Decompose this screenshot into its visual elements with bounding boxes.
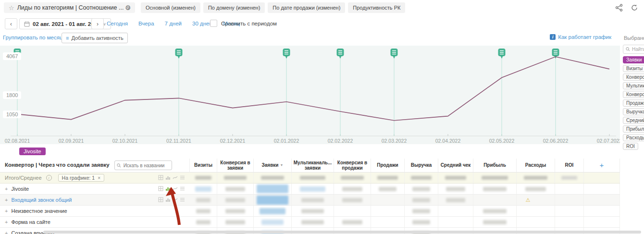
list-icon[interactable] xyxy=(180,197,185,202)
column-header-sales[interactable]: Продажи xyxy=(371,159,405,172)
censored-value xyxy=(225,187,245,191)
expand-icon[interactable]: + xyxy=(5,208,8,214)
table-cell xyxy=(292,195,334,205)
column-header-conv-leads[interactable]: Конверсия в заявки xyxy=(217,159,254,172)
table-cell xyxy=(190,195,217,205)
activity-marker-icon[interactable] xyxy=(337,49,344,59)
expand-icon[interactable]: + xyxy=(5,219,8,225)
expand-icon[interactable]: + xyxy=(5,186,8,192)
table-row-incoming-call[interactable]: + Входящий звонок общий ⚠ xyxy=(0,195,620,206)
censored-value xyxy=(412,220,431,224)
add-activity-button[interactable]: ≡ Добавить активность xyxy=(62,33,128,43)
censored-value xyxy=(342,187,362,191)
first-column-header: Конвертор | Через что создали заявку xyxy=(0,159,190,172)
table-cell xyxy=(438,184,473,194)
table-cell xyxy=(254,184,292,194)
activity-marker-icon[interactable] xyxy=(498,49,506,59)
table-view-icon[interactable] xyxy=(158,197,163,202)
x-axis-label: 02.07.2022 xyxy=(597,138,622,144)
column-header-revenue[interactable]: Выручка xyxy=(405,159,438,172)
activity-marker-icon[interactable] xyxy=(391,49,398,59)
warning-icon[interactable]: ⚠ xyxy=(526,197,531,203)
table-cell xyxy=(405,217,438,227)
next-period-button[interactable]: › xyxy=(91,18,104,29)
table-search-input[interactable] xyxy=(114,160,172,170)
row-name-link[interactable]: Входящий звонок общий xyxy=(11,197,72,203)
horizontal-scrollbar[interactable] xyxy=(43,231,641,234)
range-yesterday-link[interactable]: Вчера xyxy=(138,21,154,26)
censored-value xyxy=(377,176,398,180)
censored-value xyxy=(482,176,508,180)
activity-marker-icon[interactable] xyxy=(175,49,183,59)
refresh-icon[interactable] xyxy=(631,4,638,12)
range-30days-link[interactable]: 30 дней xyxy=(192,21,212,26)
gear-icon[interactable]: ⚙ xyxy=(125,4,131,12)
metric-chip-продажи[interactable]: Продажи xyxy=(623,99,644,107)
metric-chip-средний ч[interactable]: Средний ч xyxy=(623,117,644,124)
metric-chip-конверси[interactable]: Конверси xyxy=(623,74,644,81)
expand-icon[interactable]: + xyxy=(5,230,8,234)
line-chart-icon[interactable] xyxy=(173,197,178,202)
range-7days-link[interactable]: 7 дней xyxy=(165,21,182,26)
range-today-link[interactable]: Сегодня xyxy=(107,21,128,26)
column-header-avg-check[interactable]: Средний чек xyxy=(438,159,473,172)
tab-by-sale-date[interactable]: По дате продажи (изменен) xyxy=(268,2,345,13)
tab-by-domain[interactable]: По домену (изменен) xyxy=(203,2,265,13)
row-name: Jivosite xyxy=(11,186,29,192)
metric-chip-roi[interactable]: ROI xyxy=(623,143,638,150)
legend-series-jivosite[interactable]: Jivosite xyxy=(19,148,46,155)
metric-chip-визиты[interactable]: Визиты xyxy=(623,65,644,72)
metric-chip-конверси[interactable]: Конверси xyxy=(623,91,644,98)
compare-period-checkbox[interactable] xyxy=(210,20,217,27)
table-header-row: Конвертор | Через что создали заявку Виз… xyxy=(0,159,620,172)
metric-chip-выручка[interactable]: Выручка xyxy=(623,108,644,115)
table-row-unknown[interactable]: + Неизвестное значение xyxy=(0,206,620,217)
lead-chart-svg xyxy=(0,46,620,144)
close-icon[interactable]: × xyxy=(98,175,100,181)
metric-chip-заявки[interactable]: Заявки xyxy=(623,56,644,63)
row-name: Форма на сайте xyxy=(11,219,50,225)
tab-campaign-productivity[interactable]: Продуктивность РК xyxy=(348,2,405,13)
share-icon[interactable] xyxy=(615,4,623,12)
column-header-profit[interactable]: Прибыль xyxy=(473,159,517,172)
table-row-site-form[interactable]: + Форма на сайте xyxy=(0,217,620,228)
censored-value xyxy=(196,198,211,202)
metrics-search[interactable]: Найти xyxy=(623,45,644,54)
table-cell xyxy=(405,195,438,205)
table-view-icon[interactable] xyxy=(158,175,163,180)
metric-chip-прибыль[interactable]: Прибыль xyxy=(623,125,644,133)
bar-chart-icon[interactable] xyxy=(165,186,171,191)
table-row-jivosite[interactable]: + Jivosite xyxy=(0,184,620,195)
censored-value xyxy=(195,186,211,192)
star-icon[interactable]: ☆ xyxy=(9,4,14,12)
report-title-dropdown[interactable]: ☆ Лиды по категориям | Соотношение ... ∨ xyxy=(4,2,135,13)
info-icon: i xyxy=(46,175,52,181)
column-header-leads[interactable]: Заявки ▼ xyxy=(254,159,292,172)
column-header-visits[interactable]: Визиты xyxy=(190,159,217,172)
line-chart-icon[interactable] xyxy=(173,186,178,191)
table-cell xyxy=(334,184,371,194)
tab-main[interactable]: Основной (изменен) xyxy=(141,2,200,13)
x-axis-label: 02.10.2021 xyxy=(112,138,138,144)
metric-chip-мультикан[interactable]: Мультикан xyxy=(623,82,644,89)
add-column-button[interactable]: + xyxy=(584,159,620,172)
line-chart-icon[interactable] xyxy=(173,175,178,180)
censored-value xyxy=(411,176,432,180)
on-graph-chip[interactable]: На графике: 1 × xyxy=(58,174,104,182)
metric-chip-расходы[interactable]: Расходы xyxy=(623,134,644,141)
column-header-roi[interactable]: ROI xyxy=(555,159,584,172)
column-header-multichannel-leads[interactable]: Мультиканаль... заявки xyxy=(292,159,334,172)
table-view-icon[interactable] xyxy=(158,186,163,191)
column-header-conv-sales[interactable]: Конверсия в продажи xyxy=(334,159,371,172)
list-icon[interactable] xyxy=(180,186,185,191)
prev-period-button[interactable]: ‹ xyxy=(5,18,17,29)
list-icon[interactable] xyxy=(180,175,185,180)
activity-marker-icon[interactable] xyxy=(283,49,290,59)
how-chart-works-link[interactable]: i Как работает график xyxy=(550,34,611,40)
expand-icon[interactable]: + xyxy=(5,197,8,203)
column-header-costs[interactable]: Расходы xyxy=(517,159,555,172)
bar-chart-icon[interactable] xyxy=(165,175,171,180)
bar-chart-icon[interactable] xyxy=(165,197,171,202)
table-cell xyxy=(334,217,371,227)
table-cell xyxy=(555,206,584,216)
